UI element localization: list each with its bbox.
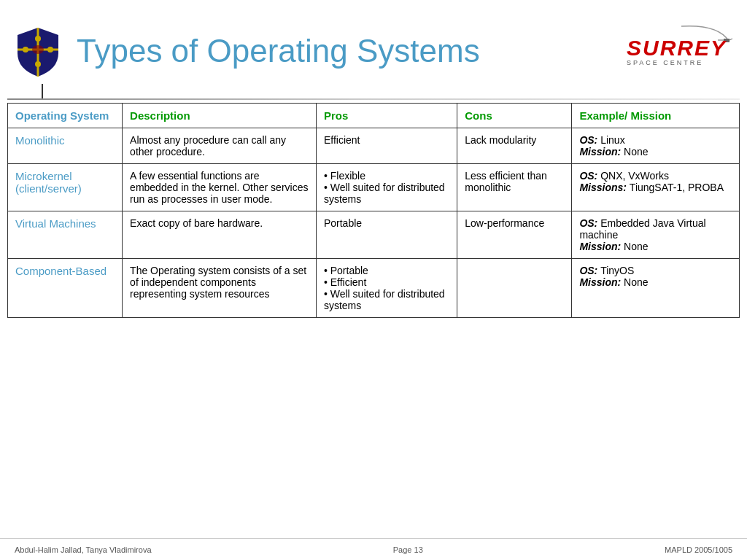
cell-desc-2: Exact copy of bare hardware. <box>123 211 317 259</box>
cell-cons-0: Lack modularity <box>457 128 572 164</box>
surrey-logo: SURREY SPACE CENTRE <box>623 23 732 80</box>
os-table: Operating System Description Pros Cons E… <box>7 103 740 318</box>
cell-desc-3: The Operating system consists of a set o… <box>123 259 317 318</box>
header-description: Description <box>123 104 317 128</box>
svg-point-3 <box>35 61 41 67</box>
header-cons: Cons <box>457 104 572 128</box>
cell-os-3: Component-Based <box>8 259 123 318</box>
cell-cons-3 <box>457 259 572 318</box>
cell-pros-2: Portable <box>316 211 457 259</box>
cell-pros-0: Efficient <box>316 128 457 164</box>
table-row: Microkernel (client/server)A few essenti… <box>8 164 740 211</box>
svg-text:SURREY: SURREY <box>627 36 727 60</box>
header-example: Example/ Mission <box>572 104 740 128</box>
decorative-lines <box>0 95 747 100</box>
svg-line-9 <box>729 39 732 40</box>
svg-point-6 <box>32 45 44 54</box>
slide: Types of Operating Systems SURREY SPACE … <box>0 0 747 560</box>
header-pros: Pros <box>316 104 457 128</box>
footer: Abdul-Halim Jallad, Tanya Vladimirova Pa… <box>0 538 747 560</box>
table-row: Component-BasedThe Operating system cons… <box>8 259 740 318</box>
cell-pros-3: PortableEfficientWell suited for distrib… <box>316 259 457 318</box>
main-table-container: Operating System Description Pros Cons E… <box>0 103 747 538</box>
cell-desc-1: A few essential functions are embedded i… <box>123 164 317 211</box>
table-header-row: Operating System Description Pros Cons E… <box>8 104 740 128</box>
svg-point-5 <box>47 47 53 52</box>
cell-os-1: Microkernel (client/server) <box>8 164 123 211</box>
svg-point-2 <box>35 36 41 42</box>
footer-center: Page 13 <box>393 545 423 554</box>
cell-example-0: OS: LinuxMission: None <box>572 128 740 164</box>
cell-cons-2: Low-performance <box>457 211 572 259</box>
cell-example-1: OS: QNX, VxWorksMissions: TiungSAT-1, PR… <box>572 164 740 211</box>
table-row: Virtual MachinesExact copy of bare hardw… <box>8 211 740 259</box>
footer-left: Abdul-Halim Jallad, Tanya Vladimirova <box>15 545 152 554</box>
footer-right: MAPLD 2005/1005 <box>665 545 732 554</box>
page-title: Types of Operating Systems <box>62 33 623 69</box>
cell-os-2: Virtual Machines <box>8 211 123 259</box>
header-os: Operating System <box>8 104 123 128</box>
cell-os-0: Monolithic <box>8 128 123 164</box>
cell-example-3: OS: TinyOSMission: None <box>572 259 740 318</box>
cell-pros-1: FlexibleWell suited for distributed syst… <box>316 164 457 211</box>
svg-point-4 <box>23 47 28 52</box>
svg-text:SPACE CENTRE: SPACE CENTRE <box>627 59 703 66</box>
cell-desc-0: Almost any procedure can call any other … <box>123 128 317 164</box>
table-row: MonolithicAlmost any procedure can call … <box>8 128 740 164</box>
header: Types of Operating Systems SURREY SPACE … <box>0 0 747 95</box>
cell-example-2: OS: Embedded Java Virtual machineMission… <box>572 211 740 259</box>
cell-cons-1: Less efficient than monolithic <box>457 164 572 211</box>
shield-logo <box>15 24 62 79</box>
